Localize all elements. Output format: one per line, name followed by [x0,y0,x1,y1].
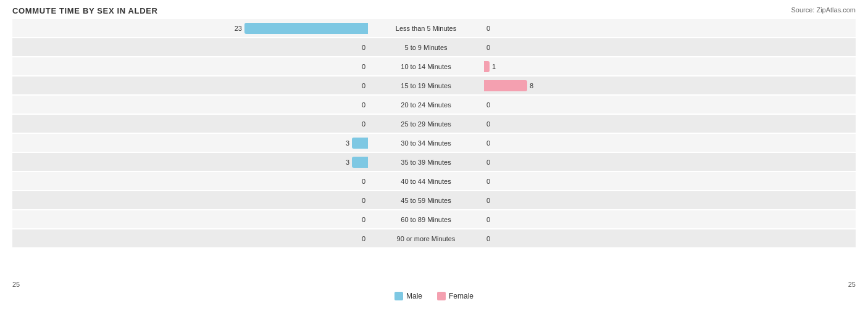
female-side: 0 [482,138,840,149]
male-value: 3 [340,159,349,166]
legend-female-box [437,292,446,300]
legend-female-label: Female [449,292,474,300]
female-side: 1 [482,61,840,72]
male-side: 0 [12,118,370,130]
male-value: 0 [356,82,365,89]
male-bar [352,157,368,168]
male-side: 23 [12,23,370,34]
female-value: 8 [530,82,540,89]
legend-female: Female [437,292,474,300]
male-side: 0 [12,80,370,91]
female-side: 0 [482,176,840,187]
female-side: 0 [482,214,840,225]
male-value: 0 [356,44,365,51]
male-side: 3 [12,157,370,168]
axis-right: 25 [498,281,856,288]
female-value: 0 [486,139,496,147]
source-label: Source: ZipAtlas.com [791,6,856,14]
female-side: 0 [482,99,840,110]
female-value: 0 [486,44,496,51]
male-value: 23 [232,25,242,32]
female-value: 0 [486,159,496,166]
axis-row: 25 25 [12,281,856,288]
row-label: 25 to 29 Minutes [370,120,482,128]
legend-male-label: Male [406,292,422,300]
male-value: 3 [340,139,349,147]
female-side: 8 [482,80,840,91]
male-side: 0 [12,176,370,187]
legend-male: Male [394,292,422,300]
row-label: 10 to 14 Minutes [370,63,482,70]
chart-row: 0 10 to 14 Minutes 1 [12,57,856,75]
chart-row: 0 5 to 9 Minutes 0 [12,38,856,56]
female-value: 0 [486,178,496,185]
female-value: 0 [486,235,496,242]
row-label: 20 to 24 Minutes [370,101,482,109]
chart-area: 23 Less than 5 Minutes 0 0 5 to 9 Minute… [12,19,856,278]
female-side: 0 [482,233,840,244]
row-label: 5 to 9 Minutes [370,44,482,51]
female-side: 0 [482,23,840,34]
female-value: 0 [486,216,496,223]
row-label: 40 to 44 Minutes [370,178,482,185]
legend: Male Female [12,292,856,300]
row-label: 60 to 89 Minutes [370,216,482,223]
male-value: 0 [356,120,365,128]
chart-row: 0 15 to 19 Minutes 8 [12,76,856,94]
female-value: 0 [486,101,496,109]
chart-row: 0 25 to 29 Minutes 0 [12,115,856,133]
male-side: 3 [12,138,370,149]
chart-row: 0 90 or more Minutes 0 [12,229,856,247]
chart-row: 3 35 to 39 Minutes 0 [12,153,856,171]
chart-row: 0 40 to 44 Minutes 0 [12,172,856,190]
row-label: Less than 5 Minutes [370,25,482,32]
male-value: 0 [356,178,365,185]
row-label: 45 to 59 Minutes [370,197,482,204]
chart-container: COMMUTE TIME BY SEX IN ALDER Source: Zip… [0,0,868,322]
chart-row: 3 30 to 34 Minutes 0 [12,134,856,152]
male-side: 0 [12,195,370,206]
male-side: 0 [12,214,370,225]
male-side: 0 [12,233,370,244]
female-side: 0 [482,195,840,206]
chart-row: 0 20 to 24 Minutes 0 [12,96,856,114]
male-bar [244,23,368,34]
male-value: 0 [356,101,365,109]
male-value: 0 [356,63,365,70]
male-bar [352,138,368,149]
female-value: 0 [486,25,496,32]
chart-row: 23 Less than 5 Minutes 0 [12,19,856,37]
axis-left: 25 [12,281,370,288]
female-value: 1 [492,63,502,70]
female-side: 0 [482,157,840,168]
chart-row: 0 60 to 89 Minutes 0 [12,210,856,228]
female-bar [484,61,490,72]
male-side: 0 [12,42,370,53]
female-side: 0 [482,118,840,130]
male-value: 0 [356,235,365,242]
legend-male-box [394,292,403,300]
row-label: 35 to 39 Minutes [370,159,482,166]
chart-title: COMMUTE TIME BY SEX IN ALDER [12,6,856,15]
male-side: 0 [12,99,370,110]
male-value: 0 [356,216,365,223]
female-bar [484,80,527,91]
female-side: 0 [482,42,840,53]
female-value: 0 [486,197,496,204]
chart-row: 0 45 to 59 Minutes 0 [12,191,856,209]
row-label: 90 or more Minutes [370,235,482,242]
female-value: 0 [486,120,496,128]
male-side: 0 [12,61,370,72]
row-label: 15 to 19 Minutes [370,82,482,89]
male-value: 0 [356,197,365,204]
row-label: 30 to 34 Minutes [370,139,482,147]
